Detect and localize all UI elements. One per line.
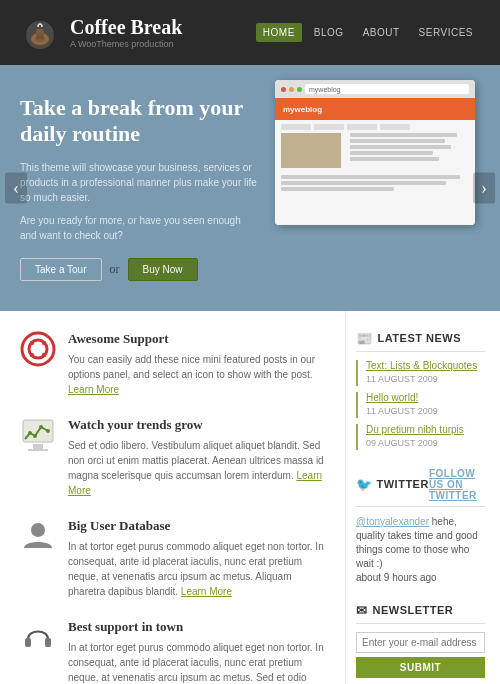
twitter-icon: 🐦 <box>356 477 373 492</box>
tweet-text: @tonyalexander hehe, quality takes time … <box>356 515 485 571</box>
news-item: Du pretium nibh turpis 09 AUGUST 2009 <box>356 424 485 450</box>
hero-text: Take a break from your daily routine Thi… <box>20 95 260 281</box>
feature-desc: You can easily add these nice mini featu… <box>68 352 330 397</box>
news-item: Text: Lists & Blockquotes 11 AUGUST 2009 <box>356 360 485 386</box>
svg-rect-20 <box>45 638 51 647</box>
feature-desc: In at tortor eget purus commodo aliquet … <box>68 539 330 599</box>
nav-home[interactable]: Home <box>256 23 302 42</box>
svg-rect-16 <box>33 444 43 449</box>
logo-text: Coffee Break A WooThemes production <box>70 16 182 49</box>
feature-desc: In at tortor eget purus commodo aliquet … <box>68 640 330 684</box>
hero-para1: This theme will showcase your business, … <box>20 160 260 205</box>
sidebar: 📰 Latest News Text: Lists & Blockquotes … <box>345 311 500 684</box>
user-icon <box>20 518 56 554</box>
tweet-time: about 9 hours ago <box>356 571 485 585</box>
hero-heading: Take a break from your daily routine <box>20 95 260 148</box>
news-link[interactable]: Text: Lists & Blockquotes <box>366 360 485 371</box>
latest-news-title: 📰 Latest News <box>356 331 485 352</box>
twitter-section: 🐦 Twitter Follow us on Twitter @tonyalex… <box>356 468 485 585</box>
svg-point-4 <box>35 36 45 42</box>
follow-twitter-link[interactable]: Follow us on Twitter <box>429 468 485 501</box>
hero-or: or <box>110 262 120 277</box>
hero-para2: Are you ready for more, or have you seen… <box>20 213 260 243</box>
feature-best-support: Best support in town In at tortor eget p… <box>20 619 330 684</box>
chart-icon <box>20 417 56 453</box>
buy-now-button[interactable]: Buy Now <box>128 258 198 281</box>
blog-mock-title: myweblog <box>283 105 322 114</box>
newsletter-email-input[interactable] <box>356 632 485 653</box>
hero-section: ‹ Take a break from your daily routine T… <box>0 65 500 311</box>
latest-news-section: 📰 Latest News Text: Lists & Blockquotes … <box>356 331 485 450</box>
site-title: Coffee Break <box>70 16 182 39</box>
hero-screenshot: myweblog myweblog <box>275 80 485 235</box>
svg-point-14 <box>39 425 43 429</box>
svg-rect-19 <box>25 638 31 647</box>
site-tagline: A WooThemes production <box>70 39 182 49</box>
feature-learn-more[interactable]: Learn More <box>68 384 119 395</box>
feature-desc: Sed et odio libero. Vestibulum aliquet a… <box>68 438 330 498</box>
news-date: 11 AUGUST 2009 <box>366 406 438 416</box>
main-nav: Home Blog About Services <box>256 23 480 42</box>
headphone-icon <box>20 619 56 655</box>
feature-awesome-support: Awesome Support You can easily add these… <box>20 331 330 397</box>
nav-blog[interactable]: Blog <box>307 23 351 42</box>
newsletter-title: ✉ Newsletter <box>356 603 485 624</box>
twitter-title: 🐦 Twitter Follow us on Twitter <box>356 468 485 507</box>
logo-area: Coffee Break A WooThemes production <box>20 13 182 53</box>
newsletter-icon: ✉ <box>356 603 368 618</box>
news-item: Hello world! 11 AUGUST 2009 <box>356 392 485 418</box>
svg-point-13 <box>33 434 37 438</box>
take-tour-button[interactable]: Take a Tour <box>20 258 102 281</box>
feature-body: Awesome Support You can easily add these… <box>68 331 330 397</box>
news-date: 09 AUGUST 2009 <box>366 438 438 448</box>
feature-watch-trends: Watch your trends grow Sed et odio liber… <box>20 417 330 498</box>
svg-rect-17 <box>28 449 48 451</box>
news-icon: 📰 <box>356 331 373 346</box>
hero-prev-arrow[interactable]: ‹ <box>5 172 27 203</box>
feature-body: Best support in town In at tortor eget p… <box>68 619 330 684</box>
browser-url-text: myweblog <box>309 86 341 93</box>
feature-big-database: Big User Database In at tortor eget puru… <box>20 518 330 599</box>
svg-point-5 <box>22 333 54 365</box>
newsletter-section: ✉ Newsletter SUBMIT <box>356 603 485 678</box>
header: Coffee Break A WooThemes production Home… <box>0 0 500 65</box>
feature-body: Watch your trends grow Sed et odio liber… <box>68 417 330 498</box>
feature-title: Awesome Support <box>68 331 330 347</box>
news-link[interactable]: Hello world! <box>366 392 485 403</box>
news-date: 11 AUGUST 2009 <box>366 374 438 384</box>
svg-point-12 <box>28 431 32 435</box>
svg-point-15 <box>46 429 50 433</box>
nav-about[interactable]: About <box>356 23 407 42</box>
feature-body: Big User Database In at tortor eget puru… <box>68 518 330 599</box>
nav-services[interactable]: Services <box>412 23 480 42</box>
feature-title: Watch your trends grow <box>68 417 330 433</box>
twitter-handle[interactable]: @tonyalexander <box>356 516 429 527</box>
main-content: Awesome Support You can easily add these… <box>0 311 500 684</box>
features-section: Awesome Support You can easily add these… <box>0 311 345 684</box>
hero-buttons: Take a Tour or Buy Now <box>20 258 260 281</box>
logo-coffee-icon <box>20 13 60 53</box>
news-link[interactable]: Du pretium nibh turpis <box>366 424 485 435</box>
hero-next-arrow[interactable]: › <box>473 172 495 203</box>
newsletter-submit-button[interactable]: SUBMIT <box>356 657 485 678</box>
lifebuoy-icon <box>20 331 56 367</box>
svg-point-18 <box>31 523 45 537</box>
feature-title: Big User Database <box>68 518 330 534</box>
feature-title: Best support in town <box>68 619 330 635</box>
feature-learn-more[interactable]: Learn More <box>181 586 232 597</box>
